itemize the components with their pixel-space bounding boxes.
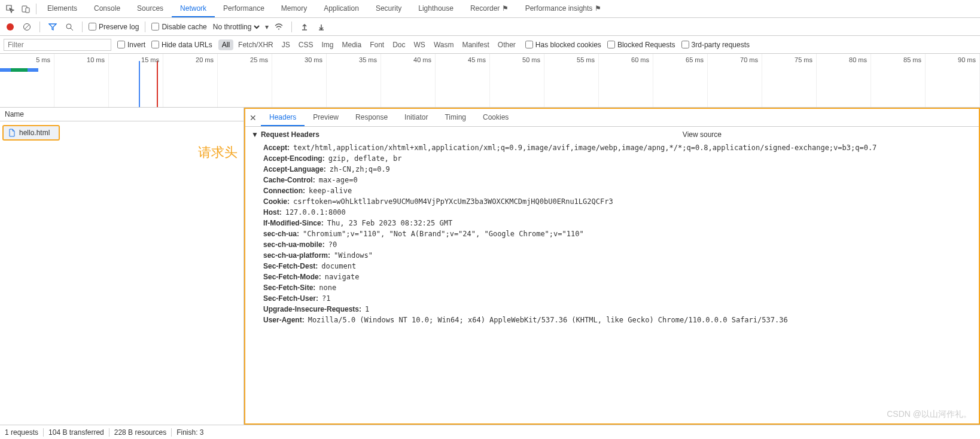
- header-key: Host:: [263, 208, 282, 217]
- header-row: Host:127.0.0.1:8000: [263, 207, 979, 218]
- header-row: User-Agent:Mozilla/5.0 (Windows NT 10.0;…: [263, 315, 979, 325]
- main-tab-recorder-[interactable]: Recorder ⚑: [462, 1, 517, 17]
- header-key: Sec-Fetch-Dest:: [263, 262, 318, 270]
- status-item: 228 B resources: [114, 428, 166, 437]
- main-tab-console[interactable]: Console: [86, 1, 129, 17]
- header-value: max-age=0: [319, 176, 358, 184]
- header-value: zh-CN,zh;q=0.9: [330, 165, 390, 173]
- detail-tab-preview[interactable]: Preview: [305, 109, 347, 126]
- expand-icon: ▼: [251, 130, 258, 139]
- filter-chip-wasm[interactable]: Wasm: [430, 39, 458, 50]
- filter-icon[interactable]: [46, 20, 59, 33]
- header-value: none: [319, 283, 336, 292]
- detail-tab-timing[interactable]: Timing: [436, 109, 474, 126]
- filter-chip-font[interactable]: Font: [366, 39, 388, 50]
- throttling-select[interactable]: No throttling: [211, 22, 261, 32]
- main-tab-elements[interactable]: Elements: [39, 1, 86, 17]
- watermark: CSDN @以山河作礼。: [887, 409, 972, 420]
- blocked-requests-checkbox[interactable]: Blocked Requests: [607, 41, 675, 49]
- header-value: ?0: [328, 240, 337, 249]
- detail-tab-cookies[interactable]: Cookies: [474, 109, 517, 126]
- device-icon[interactable]: [18, 1, 34, 17]
- filter-chip-fetch-xhr[interactable]: Fetch/XHR: [235, 39, 277, 50]
- request-list: Name hello.html 请求头: [0, 108, 244, 425]
- wifi-icon[interactable]: [272, 20, 285, 33]
- filter-chip-all[interactable]: All: [218, 39, 233, 50]
- header-value: "Windows": [334, 251, 373, 260]
- download-icon[interactable]: [315, 20, 328, 33]
- search-icon[interactable]: [63, 20, 76, 33]
- devtools-tabs: ElementsConsoleSourcesNetworkPerformance…: [0, 0, 980, 18]
- timeline-tick: 5 ms: [0, 54, 54, 107]
- header-value: document: [321, 262, 356, 270]
- waterfall-timeline[interactable]: 5 ms10 ms15 ms20 ms25 ms30 ms35 ms40 ms4…: [0, 54, 980, 108]
- status-item: 1 requests: [5, 428, 38, 437]
- details-tabs: ✕ HeadersPreviewResponseInitiatorTimingC…: [245, 109, 979, 127]
- separator: [109, 428, 109, 437]
- main-tab-memory[interactable]: Memory: [273, 1, 315, 17]
- filter-chip-other[interactable]: Other: [494, 39, 519, 50]
- main-tab-sources[interactable]: Sources: [129, 1, 172, 17]
- header-row: If-Modified-Since:Thu, 23 Feb 2023 08:32…: [263, 218, 979, 228]
- timeline-tick: 25 ms: [218, 54, 272, 107]
- header-key: sec-ch-ua-mobile:: [263, 240, 325, 249]
- svg-rect-1: [26, 8, 29, 13]
- detail-tab-response[interactable]: Response: [347, 109, 396, 126]
- filter-chip-img[interactable]: Img: [318, 39, 337, 50]
- request-filename: hello.html: [19, 129, 50, 137]
- separator: [291, 22, 292, 32]
- detail-tab-headers[interactable]: Headers: [261, 109, 305, 126]
- main-tab-security[interactable]: Security: [367, 1, 410, 17]
- filter-chip-css[interactable]: CSS: [295, 39, 317, 50]
- close-icon[interactable]: ✕: [245, 113, 261, 123]
- disable-cache-checkbox[interactable]: Disable cache: [151, 23, 206, 31]
- timeline-tick: 80 ms: [817, 54, 871, 107]
- svg-point-4: [66, 24, 71, 29]
- header-row: Sec-Fetch-Site:none: [263, 282, 979, 293]
- headers-list: Accept:text/html,application/xhtml+xml,a…: [245, 142, 979, 330]
- filter-chip-doc[interactable]: Doc: [389, 39, 409, 50]
- timeline-tick: 50 ms: [490, 54, 544, 107]
- section-title: Request Headers: [261, 130, 319, 139]
- request-row-hello[interactable]: hello.html: [2, 125, 60, 141]
- name-column-header[interactable]: Name: [0, 108, 244, 121]
- request-headers-section[interactable]: ▼ Request Headers View source: [245, 127, 979, 142]
- header-key: Accept:: [263, 144, 290, 152]
- main-tab-application[interactable]: Application: [315, 1, 367, 17]
- svg-line-5: [71, 28, 73, 31]
- upload-icon[interactable]: [298, 20, 311, 33]
- filter-chip-media[interactable]: Media: [338, 39, 365, 50]
- filter-input[interactable]: [4, 39, 111, 51]
- separator: [82, 22, 83, 32]
- file-icon: [8, 129, 16, 137]
- hide-data-urls-checkbox[interactable]: Hide data URLs: [151, 41, 212, 49]
- header-key: Sec-Fetch-Mode:: [263, 273, 321, 281]
- header-key: sec-ch-ua:: [263, 230, 299, 238]
- detail-tab-initiator[interactable]: Initiator: [396, 109, 436, 126]
- view-source-link[interactable]: View source: [683, 130, 722, 139]
- filter-chip-ws[interactable]: WS: [410, 39, 429, 50]
- main-tab-performance-insights-[interactable]: Performance insights ⚑: [517, 1, 610, 17]
- main-tab-network[interactable]: Network: [172, 1, 215, 17]
- filter-chip-js[interactable]: JS: [278, 39, 294, 50]
- filter-chip-manifest[interactable]: Manifest: [458, 39, 492, 50]
- header-key: If-Modified-Since:: [263, 219, 324, 227]
- third-party-checkbox[interactable]: 3rd-party requests: [681, 41, 750, 49]
- header-key: Cookie:: [263, 197, 290, 206]
- record-button[interactable]: [4, 20, 17, 33]
- request-details: ✕ HeadersPreviewResponseInitiatorTimingC…: [244, 108, 980, 425]
- preserve-log-checkbox[interactable]: Preserve log: [89, 23, 139, 31]
- invert-checkbox[interactable]: Invert: [117, 41, 145, 49]
- header-value: ?1: [322, 294, 330, 303]
- timeline-tick: 20 ms: [163, 54, 218, 107]
- main-tab-performance[interactable]: Performance: [215, 1, 273, 17]
- main-tab-lighthouse[interactable]: Lighthouse: [410, 1, 462, 17]
- timeline-tick: 40 ms: [381, 54, 436, 107]
- timeline-tick: 85 ms: [871, 54, 926, 107]
- inspect-icon[interactable]: [2, 1, 18, 17]
- header-row: Cookie:csrftoken=wOhLktl1abrve9UCMu0M4Vj…: [263, 196, 979, 207]
- has-blocked-cookies-checkbox[interactable]: Has blocked cookies: [525, 41, 601, 49]
- header-value: csrftoken=wOhLktl1abrve9UCMu0M4VjPpYXcUm…: [293, 197, 613, 206]
- timeline-tick: 45 ms: [436, 54, 490, 107]
- clear-icon[interactable]: [20, 20, 34, 33]
